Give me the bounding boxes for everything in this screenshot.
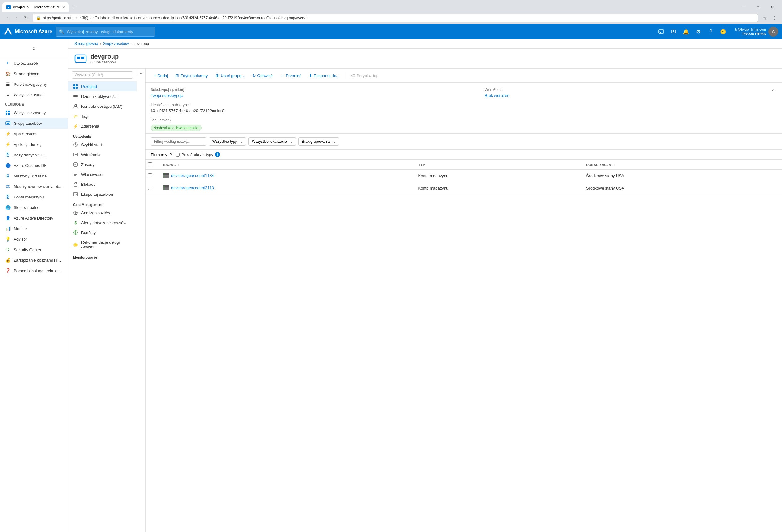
aad-icon: 👤: [5, 215, 10, 221]
deployments-icon: [73, 152, 78, 157]
resource-name-link[interactable]: devstorageaccount1134: [171, 173, 214, 178]
avatar[interactable]: A: [768, 27, 778, 37]
sidebar-item-lb[interactable]: ⚖ Moduły równoważenia ob...: [0, 181, 68, 192]
forward-btn[interactable]: ›: [12, 14, 21, 22]
add-btn[interactable]: + Dodaj: [150, 71, 171, 80]
breadcrumb: Strona główna › Grupy zasobów › devgroup: [68, 39, 782, 49]
export-btn[interactable]: ⬇ Eksportuj do...: [306, 71, 343, 80]
deployments-value[interactable]: Brak wdrożeń: [485, 93, 509, 98]
sidebar-item-support[interactable]: ❓ Pomoc i obsługa techniczna: [0, 265, 68, 276]
topbar-search[interactable]: 🔍: [56, 27, 155, 37]
storage-row-icon: [163, 185, 169, 190]
sub-nav-overview[interactable]: Przegląd: [68, 81, 137, 91]
edit-columns-btn[interactable]: ⊞ Edytuj kolumny: [172, 71, 211, 80]
move-btn[interactable]: → Przenieś: [277, 71, 305, 80]
address-field[interactable]: 🔒 https://portal.azure.com/#@geoffallixh…: [33, 14, 758, 22]
sub-nav-events[interactable]: ⚡ Zdarzenia: [68, 121, 137, 131]
help-icon[interactable]: i: [215, 152, 220, 157]
maximize-btn[interactable]: □: [751, 2, 765, 12]
sub-nav-export-template[interactable]: Eksportuj szablon: [68, 189, 137, 199]
tab-close-btn[interactable]: ✕: [62, 5, 65, 9]
sidebar-item-cost[interactable]: 💰 Zarządzanie kosztami i roz...: [0, 255, 68, 265]
subscription-value[interactable]: Twoja subskrypcja: [150, 93, 225, 98]
sort-type-icon[interactable]: ↕: [427, 163, 429, 166]
sort-location-icon[interactable]: ↕: [613, 163, 615, 166]
sidebar-item-storage[interactable]: 🗄 Konta magazynu: [0, 192, 68, 202]
sidebar-item-app-services[interactable]: ⚡ App Services: [0, 128, 68, 139]
sidebar-item-home[interactable]: 🏠 Strona główna: [0, 69, 68, 79]
directory-btn[interactable]: [668, 26, 679, 37]
new-tab-btn[interactable]: +: [70, 3, 78, 11]
sidebar-item-security[interactable]: 🛡 Security Center: [0, 244, 68, 255]
minimize-btn[interactable]: ─: [737, 2, 751, 12]
type-filter-select[interactable]: Wszystkie typy: [209, 138, 246, 146]
user-company: TWOJA FIRMA: [735, 32, 766, 36]
cloud-shell-btn[interactable]: [655, 26, 667, 37]
sub-panel-search-input[interactable]: [72, 71, 133, 79]
sort-name-icon[interactable]: ↕: [178, 163, 180, 166]
collapse-info-btn[interactable]: ⌃: [770, 88, 777, 95]
sidebar-collapse-btn[interactable]: «: [29, 43, 40, 54]
row-name-cell: devstorageaccount2113: [158, 182, 413, 194]
sidebar-item-functions[interactable]: ⚡ Aplikacja funkcji: [0, 139, 68, 150]
show-hidden-checkbox[interactable]: [176, 153, 180, 157]
svg-rect-15: [73, 84, 75, 86]
feedback-btn[interactable]: 🙂: [717, 26, 729, 37]
resource-name-link[interactable]: devstorageaccount2113: [171, 186, 214, 190]
storage-row-icon: [163, 173, 169, 178]
help-btn[interactable]: ?: [705, 26, 716, 37]
row-checkbox-0[interactable]: [148, 174, 152, 178]
sub-panel-collapse-btn[interactable]: «: [137, 69, 145, 76]
row-checkbox-1[interactable]: [148, 186, 152, 190]
sub-nav-iam[interactable]: Kontrola dostępu (IAM): [68, 101, 137, 111]
sub-nav-policies[interactable]: Zasady: [68, 159, 137, 169]
filter-name-input[interactable]: [150, 138, 206, 146]
sidebar-item-advisor[interactable]: 💡 Advisor: [0, 234, 68, 244]
sub-nav-properties[interactable]: Właściwości: [68, 169, 137, 179]
policies-icon: [73, 162, 78, 167]
close-btn[interactable]: ✕: [765, 2, 780, 12]
delete-group-btn[interactable]: 🗑 Usuń grupę...: [212, 71, 248, 80]
notifications-btn[interactable]: 🔔: [680, 26, 691, 37]
select-all-checkbox[interactable]: [148, 162, 152, 166]
sidebar-item-aad[interactable]: 👤 Azure Active Directory: [0, 213, 68, 223]
sub-nav-quickstart[interactable]: Szybki start: [68, 140, 137, 150]
sub-nav-locks[interactable]: Blokady: [68, 179, 137, 189]
refresh-btn[interactable]: ↻ Odśwież: [249, 71, 276, 80]
browser-tab[interactable]: devgroup — Microsoft Azure ✕: [2, 2, 69, 12]
sub-nav-deployments[interactable]: Wdrożenia: [68, 150, 137, 159]
sub-nav-tags[interactable]: 🏷 Tagi: [68, 111, 137, 121]
sidebar-item-cosmos[interactable]: 🔵 Azure Cosmos DB: [0, 160, 68, 170]
sub-nav-cost-alerts[interactable]: $ Alerty dotyczące kosztów: [68, 218, 137, 228]
more-btn[interactable]: ⋮: [770, 14, 779, 22]
tag-badge: środowisko: deweloperskie: [150, 125, 202, 131]
location-filter-select[interactable]: Wszystkie lokalizacje: [248, 138, 296, 146]
type-filter-wrapper: Wszystkie typy: [209, 138, 246, 146]
app-services-icon: ⚡: [5, 131, 10, 137]
sub-nav-cost-analysis[interactable]: Analiza kosztów: [68, 208, 137, 218]
deployments-label: Wdrożenia: [485, 88, 509, 92]
sidebar-item-sql[interactable]: 🗄 Bazy danych SQL: [0, 150, 68, 160]
sidebar-item-vms[interactable]: 🖥 Maszyny wirtualne: [0, 170, 68, 181]
bookmark-btn[interactable]: ☆: [760, 14, 769, 22]
breadcrumb-groups[interactable]: Grupy zasobów: [103, 41, 129, 46]
sidebar-item-create[interactable]: + Utwórz zasób: [0, 58, 68, 69]
back-btn[interactable]: ‹: [3, 14, 12, 22]
sub-nav-budgets[interactable]: Budżety: [68, 228, 137, 237]
svg-rect-21: [73, 98, 76, 98]
sidebar-item-vnet[interactable]: 🌐 Sieci wirtualne: [0, 202, 68, 213]
sidebar-item-all-services[interactable]: ≡ Wszystkie usługi: [0, 89, 68, 100]
settings-btn[interactable]: ⚙: [693, 26, 704, 37]
search-input[interactable]: [67, 29, 151, 34]
sub-nav-activity-log[interactable]: Dziennik aktywności: [68, 91, 137, 101]
breadcrumb-home[interactable]: Strona główna: [74, 41, 98, 46]
grouping-filter-select[interactable]: Brak grupowania: [298, 138, 339, 146]
svg-rect-6: [6, 111, 7, 112]
refresh-browser-btn[interactable]: ↻: [22, 14, 30, 22]
sidebar-item-resource-groups[interactable]: Grupy zasobów: [0, 118, 68, 128]
sidebar-item-all-resources[interactable]: Wszystkie zasoby: [0, 108, 68, 118]
sidebar-item-monitor[interactable]: 📊 Monitor: [0, 223, 68, 234]
assign-tags-btn[interactable]: 🏷 Przypisz tagi: [348, 71, 383, 80]
sidebar-item-dashboard[interactable]: ☰ Pulpit nawigacyjny: [0, 79, 68, 89]
sub-nav-advisor-rec[interactable]: 🌟 Rekomendacje usługi Advisor: [68, 237, 137, 252]
